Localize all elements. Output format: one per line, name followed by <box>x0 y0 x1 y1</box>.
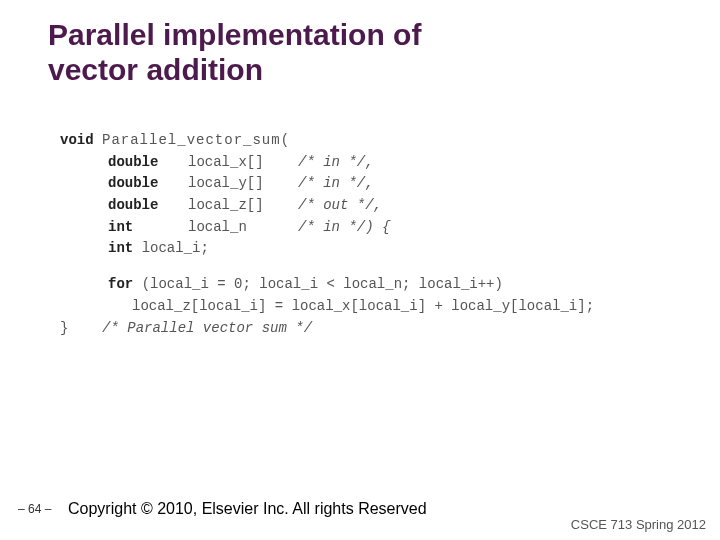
for-body: local_z[local_i] = local_x[local_i] + lo… <box>132 298 594 314</box>
param-row: double local_z[] /* out */, <box>60 195 594 217</box>
close-brace: } <box>60 320 68 336</box>
param-name: local_z[] <box>188 195 298 217</box>
param-type: double <box>108 152 188 174</box>
param-comment: /* out */, <box>298 195 382 217</box>
param-type: int <box>108 217 188 239</box>
param-name: local_x[] <box>188 152 298 174</box>
title-line-2: vector addition <box>48 53 421 88</box>
code-line: void Parallel_vector_sum( <box>60 130 594 152</box>
title-line-1: Parallel implementation of <box>48 18 421 53</box>
param-type: double <box>108 195 188 217</box>
keyword-for: for <box>108 276 133 292</box>
keyword-void: void <box>60 132 94 148</box>
var-decl: local_i; <box>142 240 209 256</box>
param-name: local_n <box>188 217 298 239</box>
param-row: int local_n /* in */) { <box>60 217 594 239</box>
for-condition: (local_i = 0; local_i < local_n; local_i… <box>142 276 503 292</box>
code-line: int local_i; <box>60 238 594 260</box>
blank-line <box>60 260 594 274</box>
param-comment: /* in */) { <box>298 217 390 239</box>
function-name: Parallel_vector_sum( <box>102 132 290 148</box>
code-line: local_z[local_i] = local_x[local_i] + lo… <box>60 296 594 318</box>
close-comment: /* Parallel vector sum */ <box>102 320 312 336</box>
param-name: local_y[] <box>188 173 298 195</box>
param-comment: /* in */, <box>298 152 374 174</box>
code-listing: void Parallel_vector_sum( double local_x… <box>60 130 594 339</box>
footer: – 64 – Copyright © 2010, Elsevier Inc. A… <box>0 500 720 518</box>
param-type: double <box>108 173 188 195</box>
code-line: for (local_i = 0; local_i < local_n; loc… <box>60 274 594 296</box>
slide-title: Parallel implementation of vector additi… <box>48 18 421 87</box>
code-line: } /* Parallel vector sum */ <box>60 318 594 340</box>
param-row: double local_y[] /* in */, <box>60 173 594 195</box>
page-number: – 64 – <box>18 502 58 516</box>
course-label: CSCE 713 Spring 2012 <box>571 517 706 532</box>
keyword-int: int <box>108 240 133 256</box>
param-comment: /* in */, <box>298 173 374 195</box>
param-row: double local_x[] /* in */, <box>60 152 594 174</box>
copyright-text: Copyright © 2010, Elsevier Inc. All righ… <box>68 500 427 518</box>
